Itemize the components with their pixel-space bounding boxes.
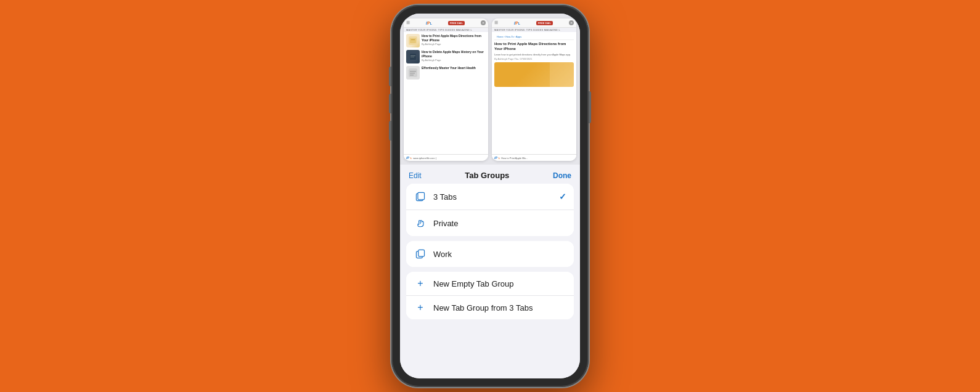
list-item-new-from-tabs[interactable]: + New Tab Group from 3 Tabs — [406, 296, 574, 319]
tab-card-right[interactable]: ☰ iPL FREE DAIL ✕ MASTER YOUR IPHONE: TI… — [492, 18, 576, 161]
new-items-group: + New Empty Tab Group + New Tab Group fr… — [406, 272, 574, 319]
tab-content-right: Home › How-To › Apps How to Print Apple … — [492, 32, 576, 154]
article-item-3: Effortlessly Master Your Heart Health — [406, 66, 486, 80]
item-label-work: Work — [433, 250, 566, 259]
item-label-private: Private — [433, 219, 566, 228]
tab-header-right: ☰ iPL FREE DAIL ✕ — [492, 18, 576, 28]
article-author-2: By Ashleigh Page — [422, 59, 486, 62]
footer-url-left: www.iphonelife.com | — [413, 157, 436, 160]
breadcrumb-right: Home › How-To › Apps — [494, 34, 574, 40]
svg-rect-8 — [410, 71, 416, 72]
tab-groups-list: 3 Tabs ✓ Private — [400, 184, 580, 378]
work-tab-group: Work — [406, 241, 574, 267]
tabs-icon — [414, 190, 427, 203]
svg-rect-10 — [410, 75, 414, 76]
panel-header: Edit Tab Groups Done — [400, 165, 580, 184]
free-badge-right: FREE DAIL — [536, 21, 553, 25]
free-badge-left: FREE DAIL — [448, 21, 465, 25]
article-author-1: By Ashleigh Page — [422, 43, 486, 46]
svg-rect-1 — [410, 38, 416, 43]
tab-footer-right: iPL How to Print Apple Ma... — [492, 154, 576, 161]
svg-rect-14 — [419, 250, 425, 256]
tab-groups-panel: Edit Tab Groups Done — [400, 165, 580, 378]
svg-rect-2 — [411, 39, 415, 40]
article-text-1: How to Print Apple Maps Directions from … — [422, 34, 486, 46]
article-title-3: Effortlessly Master Your Heart Health — [422, 66, 486, 70]
list-item-private[interactable]: Private — [406, 210, 574, 236]
footer-url-right: How to Print Apple Ma... — [501, 157, 528, 160]
article-image — [494, 62, 574, 87]
tab-footer-left: iPL www.iphonelife.com | — [404, 154, 488, 161]
svg-rect-5 — [410, 55, 415, 56]
tab-header-left: ☰ iPL FREE DAIL ✕ — [404, 18, 488, 28]
checkmark-3tabs: ✓ — [559, 192, 566, 202]
tab-subheader-left: MASTER YOUR IPHONE: TIPS GUIDES MAGAZINE… — [404, 28, 488, 32]
article-text-3: Effortlessly Master Your Heart Health — [422, 66, 486, 71]
site-logo-left: iPL — [426, 21, 432, 25]
plus-icon-new-empty: + — [414, 278, 427, 289]
menu-icon: ☰ — [406, 20, 410, 25]
menu-icon-right: ☰ — [494, 20, 498, 25]
article-item-1: How to Print Apple Maps Directions from … — [406, 34, 486, 47]
phone-screen: ☰ iPL FREE DAIL ✕ MASTER YOUR IPHONE: TI… — [400, 14, 580, 378]
edit-button[interactable]: Edit — [409, 171, 422, 180]
tabs-preview-area: ☰ iPL FREE DAIL ✕ MASTER YOUR IPHONE: TI… — [400, 14, 580, 165]
tab-content-left: How to Print Apple Maps Directions from … — [404, 32, 488, 154]
thumb-maps-1 — [406, 34, 420, 47]
hand-icon — [414, 216, 427, 230]
article-item-2: How to Delete Apple Maps History on Your… — [406, 50, 486, 63]
thumb-dark-2 — [406, 50, 420, 63]
close-button-left[interactable]: ✕ — [481, 20, 486, 25]
svg-rect-9 — [410, 73, 415, 74]
svg-rect-12 — [418, 192, 425, 199]
right-article-title: How to Print Apple Maps Directions from … — [494, 42, 574, 52]
tab-card-left[interactable]: ☰ iPL FREE DAIL ✕ MASTER YOUR IPHONE: TI… — [404, 18, 488, 161]
article-text-2: How to Delete Apple Maps History on Your… — [422, 50, 486, 62]
item-label-3tabs: 3 Tabs — [433, 192, 559, 202]
panel-title: Tab Groups — [465, 171, 509, 180]
svg-rect-6 — [410, 57, 414, 57]
done-button[interactable]: Done — [553, 171, 571, 180]
article-title-1: How to Print Apple Maps Directions from … — [422, 34, 486, 42]
right-article-desc: Learn how to get printed directions dire… — [494, 53, 574, 57]
plus-icon-new-from-tabs: + — [414, 302, 427, 313]
phone-shell: ☰ iPL FREE DAIL ✕ MASTER YOUR IPHONE: TI… — [391, 5, 589, 387]
copy-icon — [414, 247, 427, 261]
site-logo-right: iPL — [514, 21, 520, 25]
list-item-new-empty[interactable]: + New Empty Tab Group — [406, 272, 574, 296]
tab-subheader-right: MASTER YOUR IPHONE: TIPS GUIDES MAGAZINE… — [492, 28, 576, 32]
right-article-meta: By Ashleigh Page Thu. 07/08/2021 — [494, 57, 574, 60]
item-label-new-empty: New Empty Tab Group — [433, 279, 566, 288]
thumb-lines-3 — [406, 66, 420, 80]
phone-device: ☰ iPL FREE DAIL ✕ MASTER YOUR IPHONE: TI… — [391, 5, 589, 387]
list-item-work[interactable]: Work — [406, 241, 574, 267]
item-label-new-from-tabs: New Tab Group from 3 Tabs — [433, 303, 566, 312]
close-button-right[interactable]: ✕ — [569, 20, 574, 25]
article-title-2: How to Delete Apple Maps History on Your… — [422, 50, 486, 58]
main-tab-group: 3 Tabs ✓ Private — [406, 184, 574, 236]
list-item-3tabs[interactable]: 3 Tabs ✓ — [406, 184, 574, 210]
